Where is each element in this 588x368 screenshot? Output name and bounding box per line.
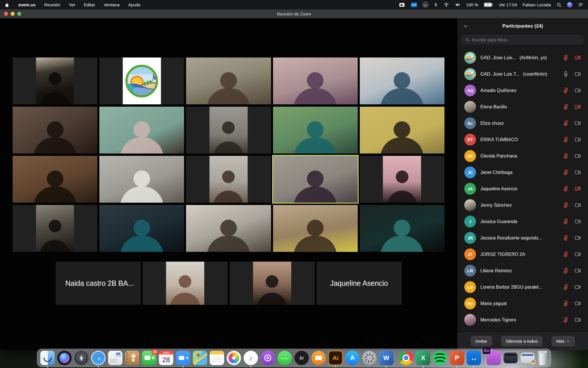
participant-row[interactable]: Elena Bacilio [457, 99, 588, 115]
fullscreen-button[interactable] [17, 12, 21, 16]
excel-icon[interactable]: X [416, 351, 430, 365]
participant-row[interactable]: Ec Eliza chuez [457, 115, 588, 131]
video-tile[interactable] [143, 262, 228, 305]
video-tile[interactable] [99, 205, 184, 252]
teamviewer-icon[interactable]: ↔ [467, 351, 481, 365]
launchpad-icon[interactable] [74, 351, 89, 365]
participant-row[interactable]: GAD. Jose Luis T...(coanfitrión) [457, 66, 588, 82]
camera-on-icon[interactable] [575, 153, 581, 159]
video-tile[interactable] [99, 107, 184, 154]
video-tile[interactable] [13, 57, 97, 104]
participant-row[interactable]: Jenny Sánchez [457, 197, 588, 213]
mic-muted-icon[interactable] [562, 54, 569, 61]
minimized-window-icon[interactable] [504, 352, 518, 363]
participant-row[interactable]: JT JORGE TIGRERO 2A [457, 246, 588, 262]
participant-row[interactable]: JC Janet Chiriboga [457, 164, 588, 181]
books-icon[interactable] [312, 351, 326, 365]
illustrator-icon[interactable]: Ai [328, 351, 343, 365]
wifi-icon[interactable] [443, 2, 449, 7]
mic-muted-icon[interactable] [562, 169, 569, 176]
facetime-icon[interactable]: 19 [142, 351, 156, 365]
participant-row[interactable]: AQ Amadis Quiñonez [457, 82, 588, 99]
participant-row[interactable]: LR Liliana Ramirez [457, 262, 588, 279]
after-effects-folder-icon[interactable]: Ae [487, 351, 501, 365]
camera-off-icon[interactable] [575, 54, 581, 61]
creative-cloud-icon[interactable]: ∞ [423, 2, 428, 7]
video-tile[interactable] [13, 205, 97, 252]
participants-filter[interactable] [462, 35, 583, 44]
video-tile-named[interactable]: Jaqueline Asencio [317, 262, 402, 305]
participant-row[interactable]: My Maria yagual [457, 295, 588, 312]
finder-icon[interactable] [40, 351, 55, 365]
mic-muted-icon[interactable] [562, 120, 569, 126]
camera-on-icon[interactable] [575, 317, 581, 323]
camera-on-icon[interactable] [575, 267, 581, 274]
mic-muted-icon[interactable] [562, 153, 569, 159]
siri-icon[interactable] [567, 2, 572, 7]
mic-muted-icon[interactable] [562, 218, 569, 225]
menu-editar[interactable]: Editar [84, 2, 95, 7]
invite-button[interactable]: Invitar [471, 336, 492, 346]
camera-off-icon[interactable] [575, 185, 581, 192]
mic-muted-icon[interactable] [562, 103, 569, 110]
video-tile-active-speaker[interactable] [273, 156, 358, 203]
music-icon[interactable]: ♪ [244, 351, 258, 365]
collapse-panel-icon[interactable] [463, 24, 468, 29]
mute-all-button[interactable]: Silenciar a todos [501, 336, 543, 346]
siri-dock-icon[interactable] [57, 351, 72, 365]
bluetooth-icon[interactable] [434, 2, 438, 7]
participant-row[interactable]: GP Glenda Panchana [457, 148, 588, 164]
participant-row[interactable]: Mercedes Tigrero [457, 312, 588, 328]
video-tile[interactable] [13, 107, 97, 154]
participant-row[interactable]: JR Jessica Rocafuerte segundo... [457, 230, 588, 246]
video-tile-named[interactable]: Naida castro 2B BA... [56, 262, 141, 305]
camera-on-icon[interactable] [575, 71, 581, 77]
participants-list[interactable]: GAD. Jose Luis...(Anfitrión, yo) GAD. Jo… [457, 47, 588, 332]
mic-muted-icon[interactable] [562, 202, 569, 208]
participant-row[interactable]: ET ERIKA TUMBACO [457, 131, 588, 148]
camera-off-icon[interactable] [575, 103, 581, 110]
camera-on-icon[interactable] [575, 169, 581, 176]
photos-icon[interactable] [227, 351, 241, 365]
window-titlebar[interactable]: Reunión de Zoom [0, 9, 588, 18]
minimize-button[interactable] [11, 12, 15, 16]
spotify-icon[interactable] [433, 351, 447, 365]
video-tile[interactable] [186, 57, 271, 104]
video-tile[interactable] [360, 107, 444, 154]
more-button[interactable]: Más [552, 336, 575, 346]
mic-muted-icon[interactable] [562, 87, 569, 94]
video-tile[interactable] [360, 57, 444, 104]
mic-muted-icon[interactable] [562, 300, 569, 307]
participant-row[interactable]: GAD. Jose Luis...(Anfitrión, yo) [457, 49, 588, 66]
video-tile[interactable] [360, 156, 444, 203]
mic-muted-icon[interactable] [562, 267, 569, 274]
mail-icon[interactable] [108, 351, 123, 365]
participant-row[interactable]: LB Lorena Borbor 2BGU paralel... [457, 279, 588, 295]
video-tile[interactable] [186, 156, 271, 203]
mic-on-icon[interactable] [562, 71, 569, 77]
podcasts-icon[interactable] [261, 351, 275, 365]
word-icon[interactable]: W [379, 351, 394, 365]
menu-reunion[interactable]: Reunión [44, 2, 60, 7]
trash-icon[interactable] [537, 351, 548, 365]
mic-muted-icon[interactable] [562, 284, 569, 290]
camera-on-icon[interactable] [575, 120, 581, 126]
mic-muted-icon[interactable] [562, 317, 569, 323]
screen-recording-icon[interactable] [399, 2, 405, 7]
mic-muted-icon[interactable] [562, 185, 569, 192]
camera-on-icon[interactable] [575, 87, 581, 94]
volume-icon[interactable] [455, 2, 461, 7]
mic-muted-icon[interactable] [562, 251, 569, 258]
camera-on-icon[interactable] [575, 202, 581, 208]
safari-icon[interactable] [91, 351, 106, 365]
fast-user-switch[interactable]: Fabian Lozada [523, 2, 551, 7]
menu-ventana[interactable]: Ventana [104, 2, 119, 7]
messages-icon[interactable]: … [278, 351, 292, 365]
video-tile[interactable] [230, 262, 315, 305]
chrome-icon[interactable] [399, 351, 413, 365]
apple-tv-icon[interactable]: tv [295, 351, 309, 365]
camera-on-icon[interactable] [575, 251, 581, 258]
battery-icon[interactable] [484, 2, 494, 7]
video-tile[interactable] [13, 156, 97, 203]
spotlight-icon[interactable] [556, 2, 562, 7]
